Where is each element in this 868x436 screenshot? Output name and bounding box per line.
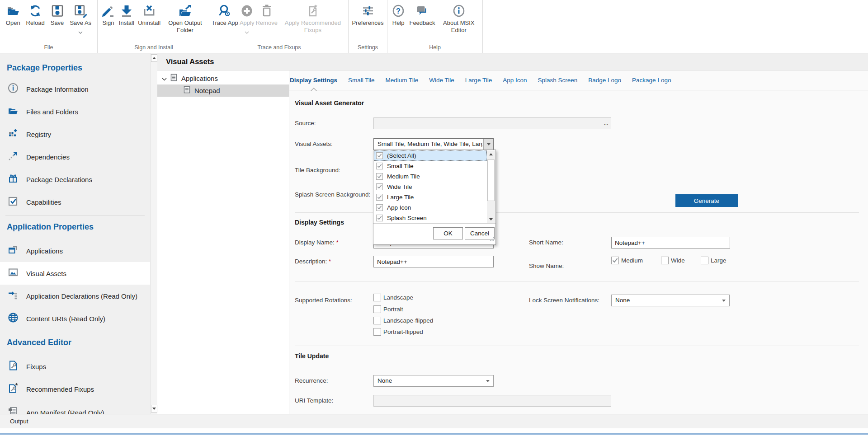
- scroll-down-icon[interactable]: [151, 405, 157, 413]
- about-msix-editor-button[interactable]: About MSIX Editor: [439, 3, 478, 33]
- rotation-portrait-checkbox[interactable]: [373, 305, 381, 313]
- scrollbar-thumb[interactable]: [487, 159, 495, 201]
- show-name-medium-checkbox[interactable]: [611, 257, 619, 264]
- checked-checkbox[interactable]: [376, 173, 383, 180]
- resize-grip[interactable]: [490, 235, 495, 244]
- tab-app-icon[interactable]: App Icon: [503, 70, 527, 90]
- checked-checkbox[interactable]: [376, 152, 383, 159]
- browse-button[interactable]: ...: [601, 117, 611, 129]
- apply-button[interactable]: Apply: [240, 3, 255, 36]
- description-label: Description: *: [295, 256, 331, 267]
- dropdown-item-select-all[interactable]: (Select All): [374, 150, 487, 161]
- install-button[interactable]: Install: [119, 3, 134, 27]
- help-button[interactable]: ? Help: [392, 3, 405, 27]
- tile-update-heading: Tile Update: [295, 352, 329, 360]
- sidebar-item-package-information[interactable]: Package Information: [0, 78, 150, 100]
- required-mark: *: [329, 258, 331, 265]
- apply-recommended-fixups-button[interactable]: Apply Recommended Fixups: [279, 3, 347, 33]
- output-bar[interactable]: Output: [0, 414, 868, 428]
- dropdown-scrollbar[interactable]: [487, 150, 495, 223]
- install-label: Install: [119, 19, 134, 27]
- sidebar-item-files-and-folders[interactable]: Files and Folders: [0, 100, 150, 123]
- scroll-up-icon[interactable]: [151, 54, 157, 62]
- sidebar-item-capabilities[interactable]: Capabilities: [0, 191, 150, 213]
- tab-small-tile[interactable]: Small Tile: [348, 70, 375, 90]
- checked-checkbox[interactable]: [376, 183, 383, 190]
- remove-button[interactable]: Remove: [255, 3, 277, 27]
- source-input[interactable]: [373, 117, 611, 129]
- tab-large-tile[interactable]: Large Tile: [465, 70, 492, 90]
- display-settings-heading: Display Settings: [295, 219, 344, 226]
- chevron-down-icon[interactable]: [483, 139, 493, 150]
- preferences-button[interactable]: Preferences: [352, 3, 383, 27]
- sidebar-item-applications[interactable]: Applications: [0, 239, 150, 262]
- tab-medium-tile[interactable]: Medium Tile: [386, 70, 419, 90]
- sidebar-item-application-declarations[interactable]: Application Declarations (Read Only): [0, 285, 150, 307]
- document-icon: [183, 86, 191, 95]
- sidebar-scrollbar[interactable]: [150, 53, 157, 414]
- save-as-button[interactable]: Save As: [70, 3, 91, 36]
- sidebar-item-recommended-fixups[interactable]: Recommended Fixups: [0, 378, 150, 400]
- visual-assets-label: Visual Assets:: [295, 138, 333, 150]
- visual-assets-combobox[interactable]: Small Tile, Medium Tile, Wide Tile, Larg…: [373, 138, 494, 150]
- display-name-label: Display Name: *: [295, 237, 339, 248]
- generate-button[interactable]: Generate: [675, 194, 738, 207]
- feedback-icon: [415, 3, 429, 19]
- open-button[interactable]: Open: [6, 3, 20, 27]
- lock-screen-notifications-dropdown[interactable]: None: [611, 295, 730, 306]
- reload-button[interactable]: Reload: [26, 3, 45, 27]
- tab-wide-tile[interactable]: Wide Tile: [429, 70, 454, 90]
- dropdown-item-splash-screen[interactable]: Splash Screen: [374, 213, 487, 223]
- sidebar-item-visual-assets[interactable]: Visual Assets: [0, 262, 150, 285]
- tree-node-applications[interactable]: Applications: [157, 72, 289, 84]
- dropdown-item-app-icon[interactable]: App Icon: [374, 202, 487, 213]
- trace-app-button[interactable]: Trace App: [212, 3, 238, 27]
- scroll-down-icon[interactable]: [487, 216, 495, 223]
- sidebar-item-app-manifest[interactable]: App Manifest (Read Only): [0, 401, 150, 414]
- rotation-landscape-flipped-checkbox[interactable]: [373, 317, 381, 324]
- checked-checkbox[interactable]: [376, 215, 383, 221]
- show-name-large-checkbox[interactable]: [701, 257, 708, 264]
- dropdown-item-large-tile[interactable]: Large Tile: [374, 192, 487, 202]
- dropdown-item-wide-tile[interactable]: Wide Tile: [374, 182, 487, 192]
- tab-badge-logo[interactable]: Badge Logo: [588, 70, 621, 90]
- sidebar-item-package-declarations[interactable]: Package Declarations: [0, 168, 150, 191]
- rotation-landscape-checkbox[interactable]: [373, 294, 381, 301]
- feedback-label: Feedback: [409, 19, 435, 27]
- sign-button[interactable]: Sign: [101, 3, 115, 27]
- uri-template-input[interactable]: [373, 395, 611, 407]
- sidebar-item-fixups[interactable]: Fixups: [0, 355, 150, 378]
- save-button[interactable]: Save: [51, 3, 64, 27]
- checked-checkbox[interactable]: [376, 194, 383, 201]
- chevron-down-icon[interactable]: [162, 75, 167, 83]
- visual-assets-combobox-value: Small Tile, Medium Tile, Wide Tile, Larg…: [377, 139, 482, 150]
- tree-node-notepad[interactable]: Notepad: [157, 84, 289, 97]
- rotation-portrait-flipped-checkbox[interactable]: [373, 328, 381, 336]
- tab-display-settings[interactable]: Display Settings: [290, 70, 337, 90]
- tab-bar: Display Settings Small Tile Medium Tile …: [289, 70, 868, 90]
- feedback-button[interactable]: Feedback: [409, 3, 435, 27]
- sidebar-item-content-uris[interactable]: Content URIs (Read Only): [0, 307, 150, 330]
- open-label: Open: [6, 19, 20, 27]
- toolbar: Open Reload Save Save As File: [0, 0, 868, 53]
- toolbar-group-trace-fixups: Trace App Apply Remove Apply Recommended…: [210, 0, 349, 53]
- description-input[interactable]: [373, 256, 494, 267]
- document-icon: [170, 74, 178, 83]
- sidebar-item-dependencies[interactable]: Dependencies: [0, 145, 150, 168]
- dropdown-item-small-tile[interactable]: Small Tile: [374, 161, 487, 171]
- open-output-folder-label: Open Output Folder: [165, 19, 206, 33]
- checked-checkbox[interactable]: [376, 204, 383, 211]
- uninstall-button[interactable]: Uninstall: [138, 3, 160, 27]
- show-name-wide-checkbox[interactable]: [661, 257, 669, 264]
- ok-button[interactable]: OK: [433, 227, 463, 239]
- sign-icon: [101, 3, 115, 19]
- short-name-input[interactable]: [611, 237, 730, 248]
- sidebar-item-registry[interactable]: Registry: [0, 123, 150, 145]
- checked-checkbox[interactable]: [376, 163, 383, 169]
- open-output-folder-button[interactable]: Open Output Folder: [165, 3, 206, 33]
- tab-splash-screen[interactable]: Splash Screen: [538, 70, 577, 90]
- dropdown-item-medium-tile[interactable]: Medium Tile: [374, 171, 487, 182]
- scroll-up-icon[interactable]: [487, 150, 495, 158]
- tab-package-logo[interactable]: Package Logo: [632, 70, 671, 90]
- recurrence-dropdown[interactable]: None: [373, 375, 494, 387]
